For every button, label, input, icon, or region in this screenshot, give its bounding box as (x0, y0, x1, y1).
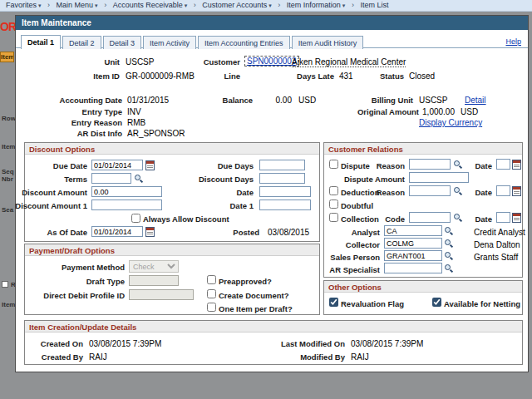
tab-item-audit-history[interactable]: Item Audit History (292, 36, 364, 49)
tab-detail-3[interactable]: Detail 3 (103, 36, 142, 49)
collection-checkbox[interactable] (329, 213, 338, 222)
breadcrumb-item-accounts-receivable[interactable]: Accounts Receivable▾ (111, 1, 190, 9)
always-allow-discount-checkbox[interactable] (131, 214, 140, 223)
modified-by-label: Modified By (300, 352, 345, 362)
create-document-label: Create Document? (219, 291, 288, 300)
background-seq-label-fragment: Seq (2, 168, 14, 175)
lookup-icon[interactable] (134, 174, 144, 184)
terms-input[interactable] (91, 173, 131, 184)
days-late-label: Days Late (297, 71, 334, 81)
dispute-label: Dispute (341, 161, 370, 170)
collection-code-input[interactable] (409, 212, 451, 223)
calendar-icon[interactable] (512, 160, 521, 170)
status-value: Closed (409, 71, 435, 81)
available-for-netting-checkbox[interactable] (432, 298, 441, 307)
as-of-date-input[interactable] (91, 226, 143, 237)
tab-bar: Detail 1Detail 2Detail 3Item ActivityIte… (21, 34, 365, 48)
caret-down-icon: ▾ (268, 2, 272, 8)
due-date-input[interactable] (91, 160, 143, 170)
lookup-icon[interactable] (453, 160, 463, 170)
tab-detail-1[interactable]: Detail 1 (21, 35, 61, 49)
tab-detail-2[interactable]: Detail 2 (62, 36, 101, 49)
days-late-value: 431 (339, 71, 353, 81)
discount-amount1-input[interactable] (91, 200, 162, 210)
deduction-reason-input[interactable] (409, 185, 451, 196)
doubtful-checkbox[interactable] (329, 200, 338, 209)
lookup-icon[interactable] (444, 239, 454, 249)
terms-label: Terms (64, 175, 87, 184)
date1-input[interactable] (259, 200, 311, 210)
due-days-input[interactable] (259, 160, 305, 170)
modified-by-value: RAIJ (351, 352, 369, 362)
breadcrumb-item-main-menu[interactable]: Main Menu▾ (55, 1, 100, 9)
draft-type-input (129, 275, 179, 286)
posted-label: Posted (233, 228, 259, 237)
lookup-icon[interactable] (453, 213, 463, 223)
collection-label: Collection (341, 214, 379, 224)
last-modified-on-value: 03/08/2015 7:39PM (351, 339, 423, 348)
collector-description: Dena Dalton (474, 240, 520, 249)
discount-days-input[interactable] (259, 173, 305, 184)
creation-details-title: Item Creation/Update Details (25, 321, 522, 332)
tab-item-activity[interactable]: Item Activity (143, 36, 196, 49)
balance-currency: USD (298, 96, 316, 105)
calendar-icon[interactable] (145, 160, 155, 170)
lookup-icon[interactable] (453, 186, 463, 196)
calendar-icon[interactable] (512, 186, 521, 196)
breadcrumb-item-item-list[interactable]: Item List (358, 1, 390, 9)
dispute-amount-input[interactable] (409, 172, 469, 183)
preapproved-label: Preapproved? (219, 277, 272, 286)
breadcrumb-item-favorites[interactable]: Favorites▾ (4, 1, 43, 9)
other-options-title: Other Options (324, 281, 522, 293)
creation-details-group: Item Creation/Update Details Created On … (24, 320, 523, 365)
tab-item-accounting-entries[interactable]: Item Accounting Entries (198, 36, 290, 49)
breadcrumb-separator: › (45, 1, 52, 9)
display-currency-link[interactable]: Display Currency (419, 118, 482, 127)
lookup-icon[interactable] (444, 226, 454, 236)
breadcrumb-item-item-information[interactable]: Item Information▾ (285, 1, 347, 9)
collection-date-input[interactable] (496, 212, 510, 223)
preapproved-checkbox[interactable] (207, 275, 216, 284)
one-item-per-draft-checkbox[interactable] (207, 303, 216, 312)
help-link[interactable]: Help (505, 37, 521, 46)
deduction-date-input[interactable] (496, 185, 510, 196)
ar-specialist-input[interactable] (384, 263, 442, 273)
collector-input[interactable] (384, 238, 442, 249)
direct-debit-profile-input (129, 289, 194, 300)
discount-amount-input[interactable] (91, 186, 162, 197)
sales-person-input[interactable] (384, 250, 442, 261)
breadcrumb-label: Favorites (6, 1, 37, 9)
created-by-value: RAIJ (89, 352, 107, 362)
create-document-checkbox[interactable] (207, 289, 216, 298)
calendar-icon[interactable] (145, 227, 155, 237)
balance-label: Balance (223, 96, 253, 105)
payment-method-select[interactable]: Check (129, 260, 179, 273)
breadcrumb-item-customer-accounts[interactable]: Customer Accounts▾ (200, 1, 273, 9)
screen: Favorites▾ › Main Menu▾ › Accounts Recei… (0, 0, 532, 399)
dispute-date-input[interactable] (496, 159, 510, 170)
customer-label: Customer (204, 57, 240, 66)
dispute-checkbox[interactable] (329, 160, 338, 169)
lookup-icon[interactable] (444, 251, 454, 261)
background-nbr-label-fragment: Nbr (2, 175, 13, 183)
dispute-reason-input[interactable] (409, 159, 451, 170)
customer-name[interactable]: Aiken Regional Medical Center (292, 57, 406, 67)
original-amount-currency: USD (461, 107, 478, 116)
entry-type-label: Entry Type (82, 107, 122, 116)
revaluation-flag-checkbox[interactable] (329, 298, 338, 307)
lookup-icon[interactable] (444, 264, 454, 273)
deduction-label: Deduction (341, 188, 379, 197)
calendar-icon[interactable] (512, 213, 521, 223)
discount-options-title: Discount Options (25, 143, 319, 155)
collection-date-label: Date (475, 214, 492, 224)
always-allow-discount-label: Always Allow Discount (143, 214, 229, 224)
caret-down-icon: ▾ (342, 2, 346, 8)
payment-draft-options-title: Payment/Draft Options (25, 244, 319, 256)
customer-id-link[interactable]: SPN0000003 (244, 56, 299, 66)
detail-link[interactable]: Detail (465, 96, 486, 105)
deduction-checkbox[interactable] (329, 186, 338, 195)
created-on-label: Created On (41, 339, 83, 348)
customer-relations-group: Customer Relations Dispute Reason Date D… (323, 142, 523, 278)
date-input[interactable] (259, 186, 311, 197)
analyst-input[interactable] (384, 225, 442, 236)
